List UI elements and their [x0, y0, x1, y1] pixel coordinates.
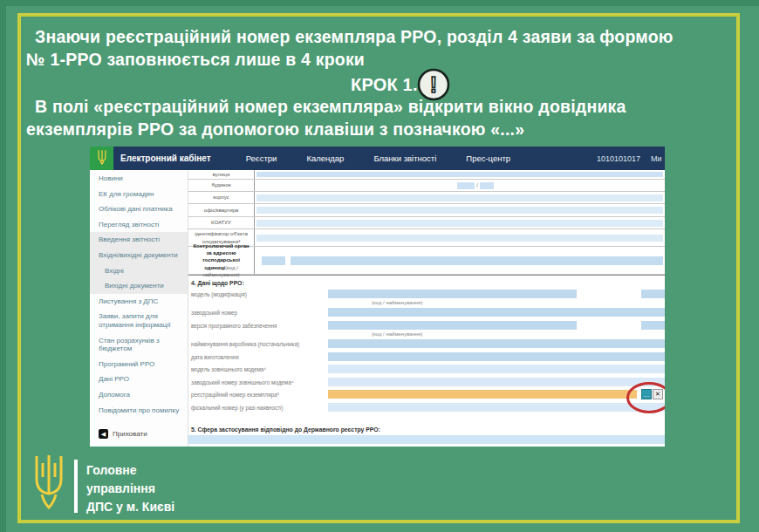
footer-trident-icon [30, 453, 68, 517]
nav-calendar[interactable]: Календар [306, 153, 344, 163]
form-row: заводський номер зовнішнього модема⁴ [188, 378, 665, 387]
sidebar-item-incoming[interactable]: Вхідні [90, 263, 188, 279]
sidebar-item-in-out-documents[interactable]: Вхідні/вихідні документи [90, 248, 188, 263]
model-code-input[interactable] [641, 290, 665, 298]
sidebar-item-help[interactable]: Допомога [90, 387, 188, 403]
authority-code-input[interactable] [262, 256, 285, 265]
software-version-input[interactable] [328, 321, 577, 330]
form-row: версія програмного забезпечення (код / н… [188, 321, 665, 337]
model-input[interactable] [328, 290, 577, 298]
sidebar-item-correspondence[interactable]: Листування з ДПС [90, 294, 188, 310]
highlight-circle [626, 382, 665, 413]
manufacturer-input[interactable] [328, 339, 665, 348]
building-input[interactable] [457, 182, 475, 189]
form-row: фіскальний номер (у разі наявності) [188, 403, 665, 413]
trident-logo-icon [90, 147, 113, 170]
field-label: заводський номер зовнішнього модема⁴ [188, 378, 328, 387]
fiscal-number-input[interactable] [328, 403, 665, 412]
external-modem-serial-input[interactable] [328, 378, 665, 386]
registration-number-input[interactable] [328, 390, 637, 399]
sidebar-item-view-reports[interactable]: Перегляд звітності [90, 217, 188, 233]
nav-report-forms[interactable]: Бланки звітності [373, 153, 436, 163]
form-row: модель (модифікація) (код / найменування… [188, 290, 665, 305]
form-row: заводський номер [188, 308, 665, 317]
app-title: Електронний кабінет [120, 153, 211, 163]
form-row: найменування виробника (постачальника) [188, 339, 665, 349]
sidebar-item-enter-reports[interactable]: Введення звітності [90, 232, 188, 248]
form-area: вулиця будинок / корпус [188, 170, 665, 447]
collapse-arrow-icon: ◀ [99, 429, 108, 439]
table-row: Контролюючий орган за адресою господарсь… [188, 247, 665, 275]
table-row: вулиця [188, 170, 665, 180]
code-name-hint: (код / найменування) [328, 330, 665, 337]
form-row: дата виготовлення [188, 352, 665, 362]
top-edge-strip [0, 0, 759, 6]
sidebar-item-news[interactable]: Новини [90, 171, 188, 187]
nav-registries[interactable]: Реєстри [246, 153, 277, 163]
poster: Знаючи реєстраційний номер екземпляра РР… [0, 0, 759, 532]
section4-title: 4. Дані щодо РРО: [188, 276, 665, 286]
app-nav: Реєстри Календар Бланки звітності Прес-ц… [246, 153, 511, 163]
application-scope-input[interactable] [188, 435, 665, 444]
authority-name-input[interactable] [291, 256, 663, 265]
sidebar: Новини ЕК для громадян Облікові дані пла… [90, 170, 188, 447]
app-header: Електронний кабінет Реєстри Календар Бла… [90, 147, 665, 170]
app-screenshot: Електронний кабінет Реєстри Календар Бла… [90, 147, 665, 447]
field-label: модель зовнішнього модема⁴ [188, 365, 328, 374]
user-name[interactable]: Ми [651, 154, 664, 163]
sidebar-item-rro-data[interactable]: Дані РРО [90, 372, 188, 387]
sidebar-item-taxpayer-data[interactable]: Облікові дані платника [90, 201, 188, 217]
field-label: будинок [188, 180, 255, 191]
field-label: офіс/квартира [188, 204, 255, 216]
user-id: 1010101017 [597, 154, 640, 163]
sidebar-item-software-rro[interactable]: Програмний РРО [90, 357, 188, 372]
footer-divider [74, 460, 78, 513]
left-edge-strip [0, 0, 6, 532]
section5-title: 5. Сфера застосування відповідно до Держ… [188, 422, 665, 433]
collapse-sidebar-button[interactable]: ◀ Приховати [99, 429, 147, 439]
app-body: Новини ЕК для громадян Облікові дані пла… [90, 170, 665, 447]
external-modem-model-input[interactable] [328, 365, 665, 373]
sidebar-item-ek-citizens[interactable]: ЕК для громадян [90, 187, 188, 202]
street-input[interactable] [256, 172, 663, 177]
step-label: КРОК 1. [351, 75, 418, 95]
serial-number-input[interactable] [328, 308, 665, 317]
code-name-hint: (код / найменування) [328, 298, 665, 305]
building-part-input[interactable] [480, 182, 494, 189]
software-version-code-input[interactable] [641, 321, 665, 330]
nav-press-center[interactable]: Прес-центр [466, 153, 510, 163]
sidebar-item-report-error[interactable]: Повідомити про помилку [90, 403, 188, 419]
app-user-area: 1010101017 Ми [597, 154, 665, 163]
koatuu-input[interactable] [256, 220, 663, 227]
slash-separator: / [476, 182, 478, 188]
collapse-label: Приховати [113, 430, 147, 438]
field-label: версія програмного забезпечення [188, 321, 328, 337]
form-row: модель зовнішнього модема⁴ [188, 365, 665, 374]
headline-line2: № 1-РРО заповнюється лише в 4 кроки [26, 50, 365, 70]
manufacture-date-input[interactable] [328, 352, 665, 361]
table-row: корпус [188, 192, 665, 204]
field-label: заводський номер [188, 308, 328, 317]
form-row-highlighted: реєстраційний номер екземпляра⁵ … ✕ [188, 390, 665, 399]
tax-object-id-input[interactable] [256, 235, 663, 242]
table-row: офіс/квартира [188, 204, 665, 217]
table-row: будинок / [188, 180, 665, 192]
address-table: вулиця будинок / корпус [188, 170, 665, 276]
sidebar-item-budget-settlements[interactable]: Стан розрахунків з бюджетом [90, 333, 188, 357]
footer-org-name: Головне управління ДПС у м. Києві [86, 461, 174, 516]
field-label: реєстраційний номер екземпляра⁵ [188, 390, 328, 399]
field-label: вулиця [188, 170, 255, 179]
subline-2: екземплярів РРО за допомогою клавіши з п… [26, 119, 524, 140]
sidebar-item-outgoing-documents[interactable]: Вихідні документи [90, 278, 188, 294]
field-label: Контролюючий орган за адресою господарсь… [188, 247, 255, 274]
table-row: ідентифікатор об'єкта оподаткування³ [188, 229, 665, 247]
sidebar-item-requests[interactable]: Заяви, запити для отримання інформації [90, 309, 188, 332]
field-label: корпус [188, 192, 255, 203]
field-label: дата виготовлення [188, 352, 328, 362]
headline-line1: Знаючи реєстраційний номер екземпляра РР… [35, 27, 674, 47]
office-input[interactable] [256, 207, 663, 214]
field-label: КОАТУУ [188, 217, 255, 228]
table-row: КОАТУУ [188, 217, 665, 229]
block-input[interactable] [256, 194, 663, 201]
field-label: найменування виробника (постачальника) [188, 339, 328, 349]
